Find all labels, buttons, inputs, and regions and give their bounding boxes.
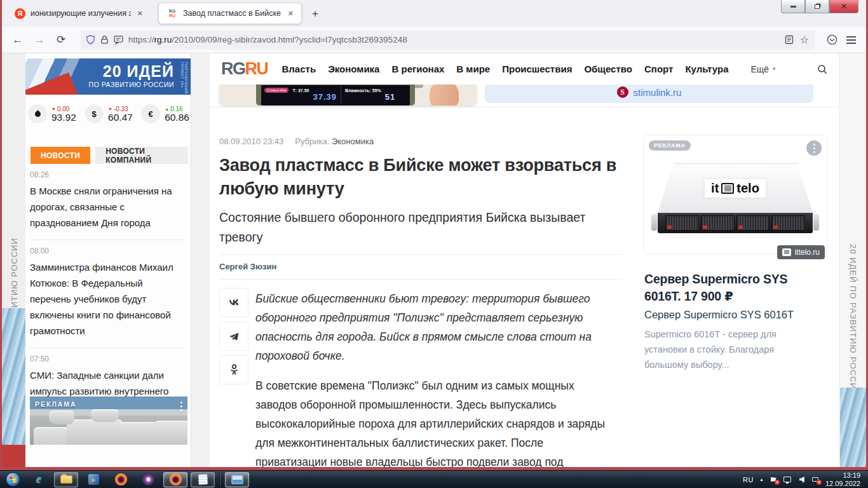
ad-title[interactable]: Сервер Supermicro SYS 6016T. 17 900 ₽ <box>644 271 820 305</box>
article-lead: Бийские общественники бьют тревогу: терр… <box>255 289 614 365</box>
stimulink-logo: S <box>617 86 628 98</box>
network-icon[interactable] <box>783 475 792 484</box>
taskbar-ie-button[interactable]: e <box>27 472 51 487</box>
nav-obschestvo[interactable]: Общество <box>584 64 632 74</box>
share-vk-button[interactable] <box>219 288 248 317</box>
nav-kultura[interactable]: Культура <box>685 64 728 74</box>
firefox-icon <box>170 473 182 485</box>
forward-button[interactable]: → <box>30 30 49 50</box>
bookmark-star-icon[interactable]: ☆ <box>800 34 809 46</box>
nav-regiony[interactable]: В регионах <box>391 64 444 74</box>
news-list: 08:26 В Москве сняли ограничения на доро… <box>30 170 184 424</box>
menu-icon[interactable] <box>846 36 856 44</box>
permissions-icon[interactable] <box>114 36 123 44</box>
ideas-banner[interactable]: 20 ИДЕЙ ПО РАЗВИТИЮ РОССИИ ПАРТНЕРСКИЙ П… <box>25 58 191 95</box>
rate-eur[interactable]: € ▲0.16 60.86 <box>141 104 189 123</box>
left-branding-red <box>2 445 26 467</box>
oil-drop-icon <box>28 104 47 123</box>
lock-icon[interactable] <box>100 36 109 44</box>
nav-vlast[interactable]: Власть <box>282 64 316 74</box>
system-tray: RU ▲ ✕ ) ✕ 13:19 12.09.2022 <box>743 471 865 488</box>
banner-title: 20 ИДЕЙ <box>89 63 174 79</box>
volume-icon[interactable]: ) <box>797 475 806 484</box>
taskbar-mediaplayer-button[interactable]: ▶ <box>81 472 105 487</box>
nav-more[interactable]: Ещё▼ <box>750 64 776 74</box>
search-icon[interactable] <box>817 64 827 74</box>
tray-date: 12.09.2022 <box>825 480 860 488</box>
news-title[interactable]: В Москве сняли ограничения на дорогах, с… <box>30 183 184 231</box>
tab-rg-active[interactable]: RG RU Завод пластмасс в Бийске мож ✕ <box>158 3 302 24</box>
reload-button[interactable]: ⟳ <box>51 30 71 50</box>
rate-oil[interactable]: ▼0.00 93.92 <box>28 104 76 123</box>
pocket-icon[interactable] <box>827 34 837 45</box>
language-indicator[interactable]: RU <box>743 476 754 484</box>
rubric-label: Рубрика: <box>295 137 329 146</box>
rg-logo[interactable]: RGRU <box>221 59 268 79</box>
ittelo-site-badge[interactable]: ittelo.ru <box>777 245 825 259</box>
web-page: 20 ИДЕЙ ПО РАЗВИТИЮ РОССИИ 20 ИДЕЙ ПО РА… <box>2 53 866 467</box>
news-item[interactable]: 08:00 Замминистра финансов Михаил Котюко… <box>30 240 184 348</box>
close-tab-icon[interactable]: ✕ <box>287 8 295 19</box>
nav-ekonomika[interactable]: Экономика <box>328 64 379 74</box>
tab-company-news[interactable]: НОВОСТИ КОМПАНИЙ <box>95 147 188 164</box>
minimize-button[interactable] <box>781 0 805 13</box>
taskbar-explorer-button[interactable] <box>54 472 78 487</box>
nav-sport[interactable]: Спорт <box>644 64 673 74</box>
new-tab-button[interactable]: + <box>307 6 323 22</box>
main-content: RGRU Власть Экономика В регионах В мире … <box>210 53 839 467</box>
yandex-favicon: Я <box>15 8 25 19</box>
folder-icon <box>60 475 72 484</box>
news-item[interactable]: 08:26 В Москве сняли ограничения на доро… <box>30 170 184 240</box>
rubric-link[interactable]: Экономика <box>332 137 374 146</box>
dollar-icon: $ <box>85 104 104 123</box>
back-button[interactable]: ← <box>8 30 27 50</box>
action-center-icon[interactable]: ✕ <box>770 475 778 484</box>
device-humidity: Влажность: 55% <box>345 88 381 93</box>
taskbar-imageviewer-button[interactable] <box>225 472 249 487</box>
device-eject-icon[interactable]: ✕ <box>811 475 820 484</box>
start-button[interactable] <box>6 472 20 487</box>
reader-mode-icon[interactable] <box>785 35 794 44</box>
server-illustration: it telo <box>658 163 813 233</box>
divider <box>219 279 623 280</box>
shield-icon[interactable] <box>86 35 95 44</box>
notepad-icon <box>198 473 208 485</box>
close-button[interactable]: ✕ <box>829 0 858 13</box>
close-tab-icon[interactable]: ✕ <box>136 8 144 19</box>
nav-proisshestviya[interactable]: Происшествия <box>502 64 572 74</box>
taskbar-tor-button[interactable] <box>136 472 160 487</box>
nav-mir[interactable]: В мире <box>456 64 490 74</box>
promo-banner-image[interactable]: Стимул-Инк Т: 37.50 37.39 Влажность: 55%… <box>219 85 477 105</box>
divider <box>210 107 839 107</box>
device-brand: Стимул-Инк <box>264 88 288 93</box>
restore-button[interactable] <box>805 0 829 13</box>
ad-menu-icon[interactable] <box>806 140 822 156</box>
sidebar-ad-image[interactable]: РЕКЛАМА <box>30 396 187 445</box>
url-text[interactable]: https://rg.ru/2010/09/09/reg-sibir/zavod… <box>128 35 780 44</box>
banner-note: ПАРТНЕРСКИЙ ПРОЕКТ 16+ <box>180 62 188 95</box>
server-ad-image[interactable]: РЕКЛАМА it telo <box>643 135 827 254</box>
ad-label: РЕКЛАМА <box>35 400 77 408</box>
rate-usd[interactable]: $ ▼-0.33 60.47 <box>85 104 133 123</box>
sidebar: 20 ИДЕЙ ПО РАЗВИТИЮ РОССИИ ПАРТНЕРСКИЙ П… <box>25 53 191 467</box>
share-ok-button[interactable] <box>219 355 248 384</box>
ad-menu-icon[interactable] <box>180 402 182 411</box>
share-telegram-button[interactable] <box>219 322 248 351</box>
taskbar-firefox-active-button[interactable] <box>163 472 187 487</box>
windows-logo-icon <box>9 475 17 483</box>
tab-yandex[interactable]: Я ионизирующие излучения это ✕ <box>7 3 151 24</box>
right-branding-stripes <box>840 388 866 467</box>
stimulink-link[interactable]: stimulink.ru <box>634 87 682 98</box>
stimulink-ad[interactable]: S stimulink.ru <box>485 81 813 103</box>
taskbar-firefox-button[interactable] <box>109 472 133 487</box>
tray-expand-icon[interactable]: ▲ <box>759 477 764 482</box>
clock[interactable]: 13:19 12.09.2022 <box>825 471 860 488</box>
taskbar-notepad-button[interactable] <box>191 472 215 487</box>
ad-subtitle[interactable]: Сервер Supermicro SYS 6016T <box>644 309 820 321</box>
url-bar[interactable]: https://rg.ru/2010/09/09/reg-sibir/zavod… <box>81 30 815 50</box>
tab-news[interactable]: НОВОСТИ <box>31 147 90 164</box>
rg-favicon: RG RU <box>166 8 178 19</box>
news-title[interactable]: Замминистра финансов Михаил Котюков: В Ф… <box>30 259 184 339</box>
ittelo-badge-icon <box>782 248 791 256</box>
article-author[interactable]: Сергей Зюзин <box>219 262 276 271</box>
